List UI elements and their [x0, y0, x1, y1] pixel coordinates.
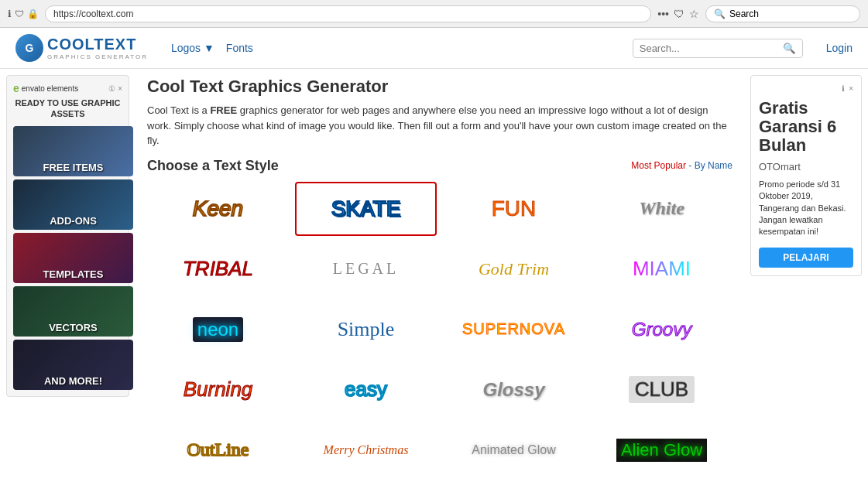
style-item-glossy[interactable]: Glossy: [443, 363, 585, 417]
style-item-easy[interactable]: easy: [295, 363, 437, 417]
search-placeholder: Search: [729, 9, 759, 19]
style-item-simple[interactable]: Simple: [295, 302, 437, 357]
style-item-keen[interactable]: Keen: [147, 182, 289, 236]
content-area: Cool Text Graphics Generator Cool Text i…: [136, 69, 744, 492]
sidebar-item-addons[interactable]: ADD-ONS: [13, 179, 133, 230]
login-button[interactable]: Login: [826, 42, 853, 54]
sort-links: Most Popular - By Name: [631, 160, 732, 171]
right-sidebar: ℹ × Gratis Garansi 6 Bulan OTOmart Promo…: [744, 69, 868, 492]
style-grid: KeenSKATEFUNWhiteTRIBALLEGALGold TrimMIA…: [147, 182, 732, 493]
right-ad-close-icon[interactable]: ×: [849, 84, 853, 94]
style-item-outline[interactable]: OutLine: [147, 423, 289, 477]
right-ad-info-icon[interactable]: ℹ: [842, 84, 845, 94]
style-label-miami: MIAMI: [633, 257, 691, 281]
browser-security-icons: ℹ 🛡 🔒: [8, 9, 39, 19]
browser-menu-icons: ••• 🛡 ☆: [657, 8, 699, 20]
sidebar-item-free-label: FREE ITEMS: [13, 159, 133, 176]
style-item-darkmagic[interactable]: Dark Magic: [443, 483, 585, 493]
style-item-alienglow[interactable]: Alien Glow: [591, 423, 732, 477]
nav-logos[interactable]: Logos ▼: [171, 42, 214, 54]
sidebar-item-templates-label: TEMPLATES: [13, 265, 133, 283]
style-item-supernova[interactable]: SUPERNOVA: [443, 302, 585, 357]
style-label-outline: OutLine: [187, 439, 249, 460]
sort-popular[interactable]: Most Popular: [631, 160, 686, 171]
nav-search-button[interactable]: 🔍: [783, 43, 796, 54]
style-label-keen: Keen: [193, 196, 243, 221]
browser-search-bar[interactable]: 🔍 Search: [705, 5, 860, 22]
right-ad-body: Promo periode s/d 31 Oktober 2019, Tange…: [759, 179, 853, 238]
logo-letter: G: [26, 42, 34, 54]
style-label-goldtrim: Gold Trim: [479, 259, 549, 279]
style-label-alienglow: Alien Glow: [616, 439, 707, 462]
style-item-tribal[interactable]: TRIBAL: [147, 242, 289, 296]
section-title: Choose a Text Style: [147, 158, 279, 174]
logo-text-area: COOLTEXT GRAPHICS GENERATOR: [47, 36, 148, 60]
logo-circle: G: [15, 34, 43, 62]
info-icon[interactable]: ℹ: [8, 9, 12, 19]
sort-by-name[interactable]: By Name: [695, 160, 732, 171]
style-item-animatedglow[interactable]: Animated Glow: [443, 423, 585, 477]
nav-links: Logos ▼ Fonts: [171, 42, 253, 54]
more-icon[interactable]: •••: [657, 8, 669, 20]
style-label-merrychristmas: Merry Christmas: [324, 443, 409, 457]
envato-icon: e: [13, 82, 19, 94]
right-ad-header: ℹ ×: [759, 84, 853, 94]
envato-logo: e envato elements: [13, 82, 78, 94]
lock-icon[interactable]: 🔒: [27, 9, 39, 19]
style-item-neon[interactable]: neon: [147, 302, 289, 357]
logo-sub: GRAPHICS GENERATOR: [47, 53, 148, 60]
sidebar-item-list: FREE ITEMS ADD-ONS TEMPLATES VECTORS AND…: [13, 126, 122, 390]
style-label-fun: FUN: [492, 196, 537, 221]
envato-name: envato elements: [22, 84, 78, 93]
site-logo[interactable]: G COOLTEXT GRAPHICS GENERATOR: [15, 34, 148, 62]
search-icon: 🔍: [714, 9, 726, 19]
browser-chrome: ℹ 🛡 🔒 https://cooltext.com ••• 🛡 ☆ 🔍 Sea…: [0, 0, 868, 28]
style-label-neon: neon: [193, 317, 243, 342]
style-item-club[interactable]: CLUB: [591, 363, 732, 417]
description-free-text: FREE: [210, 104, 237, 116]
star-icon[interactable]: ☆: [689, 8, 699, 20]
style-item-superscript[interactable]: Super Script: [147, 483, 289, 493]
address-bar[interactable]: https://cooltext.com: [45, 5, 651, 22]
description: Cool Text is a FREE graphics generator f…: [147, 103, 732, 149]
style-item-merrychristmas[interactable]: Merry Christmas: [295, 423, 437, 477]
sidebar-item-templates[interactable]: TEMPLATES: [13, 233, 133, 283]
description-text-1: Cool Text is a: [147, 104, 210, 116]
shield-icon[interactable]: 🛡: [15, 9, 24, 19]
style-item-fun[interactable]: FUN: [443, 182, 585, 236]
bookmark-shield-icon[interactable]: 🛡: [674, 8, 684, 20]
url-text: https://cooltext.com: [53, 9, 133, 19]
right-ad-title: Gratis Garansi 6 Bulan: [759, 99, 853, 155]
sidebar-item-andmore[interactable]: AND MORE!: [13, 340, 133, 390]
nav-search-box[interactable]: 🔍: [633, 39, 803, 58]
main-layout: e envato elements ① × READY TO USE GRAPH…: [0, 69, 868, 492]
page-title: Cool Text Graphics Generator: [147, 77, 732, 97]
style-label-legal: LEGAL: [333, 260, 400, 278]
style-item-tough[interactable]: TOUGH: [295, 483, 437, 493]
style-item-legal[interactable]: LEGAL: [295, 242, 437, 296]
style-item-white[interactable]: White: [591, 182, 732, 236]
style-item-groovy[interactable]: Groovy: [591, 302, 732, 357]
style-item-goldtrim[interactable]: Gold Trim: [443, 242, 585, 296]
nav-fonts[interactable]: Fonts: [226, 42, 253, 54]
style-label-skate: SKATE: [331, 196, 401, 221]
right-ad: ℹ × Gratis Garansi 6 Bulan OTOmart Promo…: [750, 75, 862, 276]
ad-banner-top: e envato elements ① ×: [13, 82, 122, 94]
style-item-spacedout[interactable]: SPACED OUT: [591, 483, 732, 493]
left-sidebar: e envato elements ① × READY TO USE GRAPH…: [0, 69, 136, 492]
style-label-glossy: Glossy: [482, 379, 544, 401]
site-nav: G COOLTEXT GRAPHICS GENERATOR Logos ▼ Fo…: [0, 28, 868, 69]
style-item-skate[interactable]: SKATE: [295, 182, 437, 236]
style-item-burning[interactable]: Burning: [147, 363, 289, 417]
sort-separator: -: [686, 160, 695, 171]
sidebar-item-andmore-label: AND MORE!: [13, 372, 133, 390]
nav-search-input[interactable]: [640, 43, 779, 54]
left-ad-banner: e envato elements ① × READY TO USE GRAPH…: [6, 75, 129, 397]
sidebar-item-free[interactable]: FREE ITEMS: [13, 126, 133, 176]
pelajari-button[interactable]: PELAJARI: [759, 248, 853, 268]
ad-close-button[interactable]: ① ×: [108, 84, 122, 93]
style-item-miami[interactable]: MIAMI: [591, 242, 732, 296]
right-ad-company: OTOmart: [759, 160, 853, 174]
sidebar-item-addons-label: ADD-ONS: [13, 212, 133, 230]
sidebar-item-vectors[interactable]: VECTORS: [13, 286, 133, 337]
